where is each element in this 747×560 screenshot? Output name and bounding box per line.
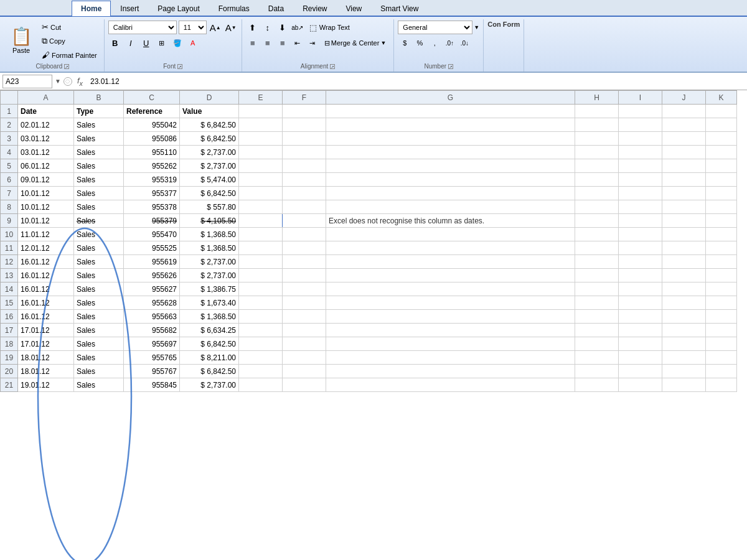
align-right-button[interactable]: ≡ [276,36,289,50]
row-header-10[interactable]: 10 [1,228,18,241]
cell-G21[interactable] [326,378,575,392]
paste-button[interactable]: 📋 Paste [5,21,37,62]
cell-E18[interactable] [239,337,283,351]
cell-C19[interactable]: 955765 [124,351,180,365]
accounting-format-button[interactable]: $ [398,36,411,50]
spreadsheet[interactable]: A B C D E F G H I J K 1DateTypeReference… [0,90,747,552]
cell-G8[interactable] [326,200,575,214]
tab-formulas[interactable]: Formulas [209,1,259,16]
cell-C12[interactable]: 955619 [124,255,180,269]
cell-C9[interactable]: 955379 [124,214,180,228]
row-header-17[interactable]: 17 [1,324,18,337]
cell-B20[interactable]: Sales [74,365,124,378]
tab-smart-view[interactable]: Smart View [371,1,428,16]
cell-D2[interactable]: $ 6,842.50 [180,118,239,132]
cell-K21[interactable] [706,378,737,392]
cell-B19[interactable]: Sales [74,351,124,365]
cell-I11[interactable] [619,241,662,255]
number-format-select[interactable]: General [398,21,472,34]
cell-D3[interactable]: $ 6,842.50 [180,132,239,146]
tab-view[interactable]: View [336,1,371,16]
cell-K1[interactable] [706,105,737,118]
cell-F4[interactable] [283,146,326,159]
cell-C20[interactable]: 955767 [124,365,180,378]
cell-I20[interactable] [619,365,662,378]
cell-J18[interactable] [662,337,706,351]
cell-F18[interactable] [283,337,326,351]
cell-E19[interactable] [239,351,283,365]
cell-F14[interactable] [283,282,326,296]
cell-G17[interactable] [326,324,575,337]
cell-K19[interactable] [706,351,737,365]
cell-B14[interactable]: Sales [74,282,124,296]
cell-F9[interactable] [283,214,326,228]
cell-H19[interactable] [575,351,619,365]
cell-G9[interactable]: Excel does not recognise this column as … [326,214,575,228]
wrap-text-button[interactable]: ⬚ Wrap Text [306,21,354,34]
cell-A15[interactable]: 16.01.12 [18,296,74,310]
col-header-F[interactable]: F [283,91,326,105]
cell-B12[interactable]: Sales [74,255,124,269]
col-header-J[interactable]: J [662,91,706,105]
cell-J4[interactable] [662,146,706,159]
col-header-I[interactable]: I [619,91,662,105]
cell-J6[interactable] [662,173,706,187]
cell-J21[interactable] [662,378,706,392]
cell-E6[interactable] [239,173,283,187]
cell-H9[interactable] [575,214,619,228]
cell-A11[interactable]: 12.01.12 [18,241,74,255]
cell-D12[interactable]: $ 2,737.00 [180,255,239,269]
cell-H20[interactable] [575,365,619,378]
cell-G7[interactable] [326,187,575,200]
cell-G16[interactable] [326,310,575,324]
cell-I18[interactable] [619,337,662,351]
row-header-12[interactable]: 12 [1,255,18,269]
cell-E3[interactable] [239,132,283,146]
cell-I12[interactable] [619,255,662,269]
cell-I17[interactable] [619,324,662,337]
cell-E5[interactable] [239,159,283,173]
cell-A13[interactable]: 16.01.12 [18,269,74,282]
cell-D4[interactable]: $ 2,737.00 [180,146,239,159]
cell-J12[interactable] [662,255,706,269]
cell-E8[interactable] [239,200,283,214]
cell-E13[interactable] [239,269,283,282]
cell-K13[interactable] [706,269,737,282]
cell-J14[interactable] [662,282,706,296]
cell-F3[interactable] [283,132,326,146]
cell-G11[interactable] [326,241,575,255]
cell-F8[interactable] [283,200,326,214]
cell-F2[interactable] [283,118,326,132]
clipboard-expand-icon[interactable]: ↗ [64,64,69,69]
cell-F16[interactable] [283,310,326,324]
cell-E7[interactable] [239,187,283,200]
row-header-7[interactable]: 7 [1,187,18,200]
col-header-K[interactable]: K [706,91,737,105]
cell-A8[interactable]: 10.01.12 [18,200,74,214]
cell-H11[interactable] [575,241,619,255]
cell-B21[interactable]: Sales [74,378,124,392]
align-top-button[interactable]: ⬆ [246,21,260,34]
cell-C14[interactable]: 955627 [124,282,180,296]
tab-home[interactable]: Home [72,1,111,16]
cell-K15[interactable] [706,296,737,310]
comma-button[interactable]: , [428,36,441,50]
cell-I8[interactable] [619,200,662,214]
cell-F12[interactable] [283,255,326,269]
cell-F1[interactable] [283,105,326,118]
cell-I21[interactable] [619,378,662,392]
cell-G13[interactable] [326,269,575,282]
cell-H12[interactable] [575,255,619,269]
cell-G12[interactable] [326,255,575,269]
cell-E17[interactable] [239,324,283,337]
increase-decimal-button[interactable]: .0↑ [443,36,456,50]
cell-J9[interactable] [662,214,706,228]
merge-center-button[interactable]: ⊟ Merge & Center ▼ [321,37,390,49]
decrease-indent-button[interactable]: ⇤ [291,36,304,50]
cell-G19[interactable] [326,351,575,365]
percent-button[interactable]: % [413,36,426,50]
cell-H8[interactable] [575,200,619,214]
cell-C10[interactable]: 955470 [124,228,180,241]
cell-B2[interactable]: Sales [74,118,124,132]
formula-input[interactable] [88,75,745,88]
